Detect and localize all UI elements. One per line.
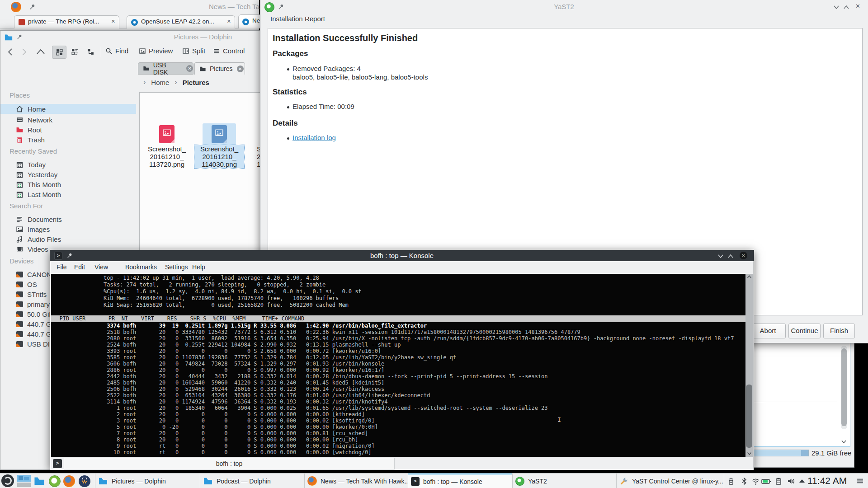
task-podcast-dolphin[interactable]: Podcast — Dolphin	[200, 474, 305, 488]
installation-log-link[interactable]: Installation log	[292, 134, 336, 141]
close-icon[interactable]: ✕	[186, 65, 193, 72]
usb-icon[interactable]	[727, 477, 735, 485]
maximize-icon[interactable]	[727, 254, 734, 258]
amule-launcher-icon[interactable]	[49, 475, 61, 487]
scroll-down-icon[interactable]	[747, 452, 752, 455]
sidebar-item-yesterday[interactable]: Yesterday	[0, 169, 136, 179]
scrollbar-thumb[interactable]	[841, 348, 847, 426]
menu-view[interactable]: View	[94, 263, 108, 271]
bluetooth-icon[interactable]	[740, 477, 748, 485]
close-icon[interactable]: ✕	[227, 19, 231, 24]
panel-up-icon[interactable]	[799, 479, 805, 483]
clipboard-icon[interactable]	[774, 477, 783, 485]
tree-view-button[interactable]	[84, 46, 97, 58]
scrollbar-thumb[interactable]	[746, 385, 752, 448]
menu-help[interactable]: Help	[192, 263, 205, 271]
tab-label: OpenSuse LEAP 42.2 on...	[141, 18, 214, 25]
sidebar-item-home[interactable]: Home	[0, 104, 136, 114]
file-name-line: 20161210_	[142, 153, 192, 160]
konsole-titlebar[interactable]: > bofh : top — Konsole ✕	[50, 250, 754, 261]
process-row: 1 root 20 0 185340 6064 3904 S 0.000 0.0…	[104, 405, 548, 411]
battery-icon[interactable]	[761, 477, 771, 485]
camera-drive-icon	[16, 272, 23, 277]
sidebar-item-network[interactable]: Network	[0, 115, 136, 125]
close-icon[interactable]: ✕	[111, 19, 115, 24]
sidebar-item-label: Audio Files	[28, 235, 61, 243]
maximize-icon[interactable]	[843, 5, 849, 9]
terminal-line: top - 11:42:02 up 31 min, 1 user, load a…	[104, 275, 319, 282]
sidebar-item-this-month[interactable]: This Month	[0, 179, 136, 189]
preview-button[interactable]: Preview	[139, 47, 173, 55]
package-list-panel[interactable]	[746, 342, 850, 447]
menu-settings[interactable]: Settings	[165, 263, 188, 271]
back-button[interactable]	[6, 47, 15, 56]
virtual-desktop-1[interactable]	[17, 475, 31, 482]
konsole-tab[interactable]: bofh : top	[64, 458, 395, 469]
dolphin-tab-usb-disk[interactable]: USB DISK ✕	[138, 62, 193, 75]
dolphin-tab-pictures[interactable]: Pictures ✕	[194, 62, 245, 75]
sidebar-item-label: Home	[28, 105, 46, 113]
dolphin-launcher-icon[interactable]	[33, 475, 45, 487]
chevron-down-icon[interactable]	[841, 439, 847, 444]
sidebar-item-documents[interactable]: Documents	[0, 214, 136, 224]
wifi-icon[interactable]	[751, 477, 760, 485]
sidebar-item-audio-files[interactable]: Audio Files	[0, 234, 136, 244]
control-button[interactable]: Control	[213, 47, 245, 55]
abort-button[interactable]: Abort	[750, 324, 786, 338]
icons-view-button[interactable]	[52, 46, 66, 59]
task-yast2[interactable]: YaST2	[512, 474, 617, 488]
volume-icon[interactable]	[786, 477, 796, 485]
minimize-icon[interactable]	[717, 254, 724, 258]
minimize-icon[interactable]	[833, 5, 840, 9]
yast-titlebar[interactable]: YaST2 ✕	[260, 0, 868, 14]
audacity-launcher-icon[interactable]	[79, 475, 90, 487]
firefox-tab[interactable]: OpenSuse LEAP 42.2 on... ✕	[127, 15, 235, 28]
new-tab-button[interactable]: >	[53, 459, 62, 468]
process-row: 2506 bofh 20 0 529468 30244 26016 S 0.33…	[104, 386, 384, 392]
process-row: 10 root rt 0 0 0 0 S 0.000 0.000 0:00.00…	[104, 449, 371, 455]
firefox-titlebar[interactable]: News — Tech Tal	[0, 0, 259, 14]
find-button[interactable]: Find	[105, 47, 128, 55]
sidebar-item-trash[interactable]: Trash	[0, 135, 136, 145]
wrench-icon	[619, 477, 628, 486]
compact-view-button[interactable]	[68, 46, 81, 58]
drive-icon	[16, 282, 23, 287]
firefox-launcher-icon[interactable]	[63, 475, 75, 487]
close-icon[interactable]: ✕	[855, 3, 860, 9]
sidebar-item-root[interactable]: Root	[0, 125, 136, 135]
task-firefox[interactable]: News — Tech Talk With Hawk...	[304, 474, 408, 488]
application-launcher-button[interactable]	[1, 474, 14, 487]
pin-icon[interactable]	[29, 4, 36, 10]
breadcrumb-home[interactable]: Home	[151, 79, 169, 86]
close-icon[interactable]: ✕	[740, 252, 747, 259]
task-konsole-active[interactable]: > bofh : top — Konsole	[408, 474, 512, 488]
scrollbar[interactable]	[841, 346, 847, 429]
clock[interactable]: 11:42 AM	[807, 475, 847, 486]
task-yast-control-center[interactable]: YaST Control Center @ linux-y...	[616, 474, 724, 488]
sidebar-item-last-month[interactable]: Last Month	[0, 189, 136, 199]
menu-edit[interactable]: Edit	[74, 263, 85, 271]
continue-button[interactable]: Continue	[788, 324, 821, 338]
process-row: 2 root 20 0 0 0 0 S 0.000 0.000 0:00.00 …	[104, 411, 365, 418]
firefox-tab[interactable]: private — The RPG (Rol... ✕	[14, 15, 119, 28]
terminal[interactable]: top - 11:42:02 up 31 min, 1 user, load a…	[51, 274, 753, 457]
panel-menu-icon[interactable]	[856, 477, 864, 485]
breadcrumb-current[interactable]: Pictures	[183, 79, 209, 86]
up-button[interactable]	[36, 48, 46, 56]
scroll-up-icon[interactable]	[747, 275, 752, 279]
virtual-desktop-2[interactable]	[17, 483, 31, 487]
task-label: Podcast — Dolphin	[217, 478, 271, 485]
finish-button[interactable]: Finish	[823, 324, 855, 338]
sidebar-item-label: Images	[28, 225, 50, 233]
task-pictures-dolphin[interactable]: Pictures — Dolphin	[95, 474, 200, 488]
terminal-scrollbar[interactable]	[745, 274, 753, 457]
sidebar-item-images[interactable]: Images	[0, 224, 136, 234]
menu-file[interactable]: File	[57, 263, 67, 271]
image-file-icon	[159, 125, 175, 143]
pager-widget[interactable]	[17, 475, 31, 487]
forward-button[interactable]	[19, 47, 28, 56]
close-icon[interactable]: ✕	[237, 66, 244, 72]
menu-bookmarks[interactable]: Bookmarks	[125, 263, 157, 271]
sidebar-item-today[interactable]: Today	[0, 160, 136, 169]
split-button[interactable]: Split	[182, 47, 205, 55]
